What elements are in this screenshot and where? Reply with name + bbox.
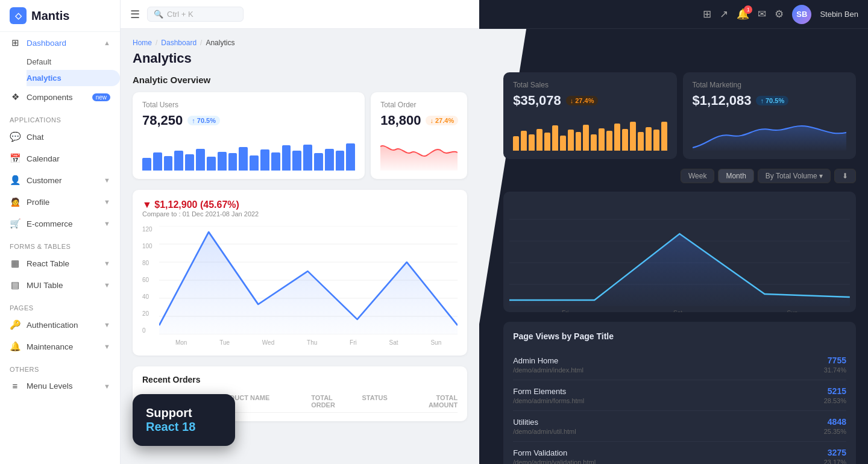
bar	[576, 132, 582, 151]
bar	[622, 129, 628, 151]
sidebar-item-customer[interactable]: 👤 Customer ▼	[0, 169, 120, 191]
pv-row-4: Form Validation /demo/admin/validation.h…	[513, 442, 846, 464]
pv-pct: 28.53%	[824, 397, 846, 404]
breadcrumb-current: Analytics	[206, 39, 234, 47]
user-name: Stebin Ben	[820, 10, 858, 19]
page-views-section: Page Views by Page Title Admin Home /dem…	[503, 322, 856, 464]
stat-badge: ↓ 27.4%	[566, 96, 599, 105]
bar	[325, 149, 334, 171]
pv-info: Utilities /demo/admin/util.html	[513, 418, 823, 435]
bar	[218, 152, 227, 171]
sidebar-item-ecommerce[interactable]: 🛒 E-commerce ▼	[0, 213, 120, 234]
analytic-overview-title: Analytic Overview	[133, 75, 467, 85]
bar	[614, 124, 620, 151]
sidebar-item-calendar[interactable]: 📅 Calendar	[0, 148, 120, 169]
pv-info: Form Validation /demo/admin/validation.h…	[513, 448, 823, 465]
chevron-down-icon: ▼	[104, 321, 110, 328]
breadcrumb: Home / Dashboard / Analytics	[133, 39, 467, 47]
sidebar-item-authentication[interactable]: 🔑 Authentication ▼	[0, 314, 120, 336]
chevron-down-icon: ▼	[104, 281, 110, 289]
pv-name: Utilities	[513, 418, 823, 427]
sidebar-item-components[interactable]: ❖ Components new	[0, 86, 120, 108]
sidebar-item-maintenance[interactable]: 🔔 Maintenance ▼	[0, 336, 120, 357]
pv-count: 3275	[824, 448, 846, 457]
menu-toggle-button[interactable]: ☰	[130, 8, 140, 21]
month-button[interactable]: Month	[718, 169, 753, 183]
support-toast[interactable]: Support React 18	[133, 394, 235, 446]
pv-name: Admin Home	[513, 356, 823, 365]
settings-icon[interactable]: ⚙	[775, 8, 784, 20]
dark-content: Total Sales $35,078 ↓ 27.4%	[479, 29, 868, 464]
breadcrumb-sep: /	[156, 39, 157, 47]
pv-url: /demo/admin/index.html	[513, 366, 823, 374]
week-button[interactable]: Week	[681, 169, 714, 183]
chevron-down-icon: ▼	[104, 383, 110, 390]
bar	[314, 153, 323, 171]
bar	[536, 129, 542, 151]
stat-value: 78,250 ↑ 70.5%	[142, 113, 355, 128]
volume-button[interactable]: By Total Volume ▾	[758, 169, 831, 183]
pv-url: /demo/admin/validation.html	[513, 459, 823, 465]
page-views-title: Page Views by Page Title	[513, 331, 846, 341]
sidebar-item-profile[interactable]: 🙍 Profile ▼	[0, 191, 120, 213]
income-controls: Week Month By Total Volume ▾ ⬇	[503, 169, 856, 183]
pv-count: 4848	[824, 417, 846, 427]
pv-count: 7755	[824, 356, 846, 365]
bar	[568, 130, 574, 151]
bar	[646, 127, 652, 151]
sidebar-item-mui-table[interactable]: ▤ MUI Table ▼	[0, 274, 120, 296]
breadcrumb-home[interactable]: Home	[133, 39, 152, 47]
chart-inner	[159, 226, 458, 337]
dark-stat-cards-row: Total Sales $35,078 ↓ 27.4%	[503, 72, 856, 159]
section-applications: Applications	[0, 108, 120, 126]
bar	[260, 149, 269, 171]
bar	[250, 155, 259, 171]
sidebar-item-default[interactable]: Default	[27, 54, 120, 70]
stat-card-sales: Total Sales $35,078 ↓ 27.4%	[503, 72, 676, 159]
income-overview-section: ▼ $1,12,900 (45.67%) Compare to : 01 Dec…	[133, 190, 467, 356]
chevron-up-icon: ▲	[104, 39, 110, 46]
message-icon[interactable]: ✉	[758, 8, 766, 20]
bar	[303, 145, 312, 171]
bar	[630, 122, 636, 151]
user-avatar[interactable]: SB	[792, 5, 811, 24]
notification-button[interactable]: 🔔 1	[737, 8, 749, 20]
dark-line-chart: Fri Sat Sun	[503, 192, 856, 312]
search-box[interactable]: 🔍 Ctrl + K	[147, 7, 244, 22]
stat-card-orders: Total Order 18,800 ↓ 27.4%	[371, 92, 467, 179]
new-badge: new	[92, 93, 110, 101]
pv-pct: 31.74%	[824, 366, 846, 374]
maintenance-icon: 🔔	[10, 341, 20, 352]
stat-label: Total Users	[142, 101, 355, 109]
pv-stats: 7755 31.74%	[824, 356, 846, 374]
stat-card-users: Total Users 78,250 ↑ 70.5%	[133, 92, 365, 179]
auth-icon: 🔑	[10, 319, 20, 330]
breadcrumb-dashboard[interactable]: Dashboard	[161, 39, 197, 47]
download-button[interactable]: ⬇	[834, 169, 856, 183]
app-logo[interactable]: ◇ Mantis	[0, 0, 120, 32]
col-status: Status	[362, 394, 407, 409]
share-icon[interactable]: ↗	[720, 8, 728, 20]
dashboard-submenu: Default Analytics	[0, 54, 120, 86]
sidebar-item-analytics[interactable]: Analytics	[27, 70, 120, 86]
bar	[560, 136, 566, 151]
customer-icon: 👤	[10, 175, 20, 186]
sidebar-item-menu-levels[interactable]: ≡ Menu Levels ▼	[0, 375, 120, 397]
bar	[164, 156, 173, 171]
pv-url: /demo/admin/util.html	[513, 428, 823, 435]
sidebar-item-label: Profile	[27, 198, 49, 207]
logo-icon: ◇	[10, 7, 27, 24]
bar	[282, 145, 291, 171]
pv-info: Admin Home /demo/admin/index.html	[513, 356, 823, 374]
sidebar-item-dashboard[interactable]: ⊞ Dashboard ▲	[0, 32, 120, 54]
sidebar-item-label: Dashboard	[27, 39, 66, 48]
pv-pct: 23.17%	[824, 459, 846, 464]
stat-card-marketing: Total Marketing $1,12,083 ↑ 70.5%	[683, 72, 856, 159]
apps-icon[interactable]: ⊞	[703, 8, 711, 20]
sidebar-item-chat[interactable]: 💬 Chat	[0, 126, 120, 148]
bar	[153, 152, 162, 171]
pv-name: Form Elements	[513, 387, 823, 396]
bar	[207, 157, 216, 171]
sidebar-item-react-table[interactable]: ▦ React Table ▼	[0, 252, 120, 274]
income-header: ▼ $1,12,900 (45.67%) Compare to : 01 Dec…	[142, 199, 458, 224]
